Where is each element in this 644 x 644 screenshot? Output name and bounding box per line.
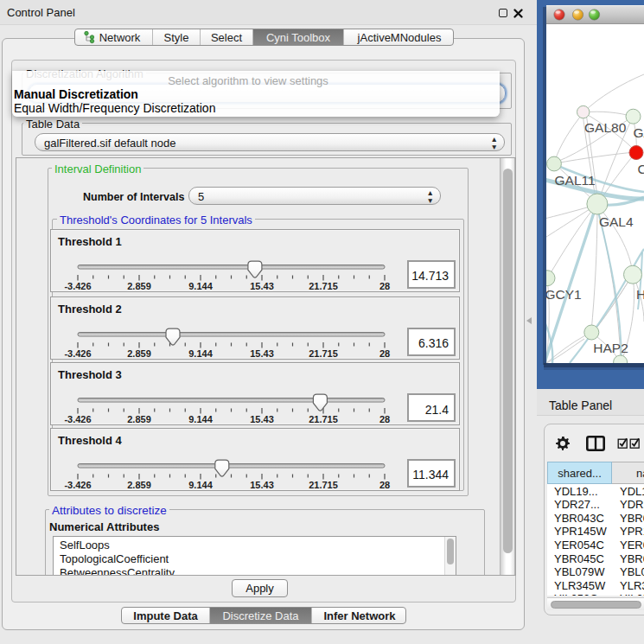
svg-text:21.715: 21.715	[309, 348, 338, 359]
svg-text:GAL80: GAL80	[584, 120, 627, 135]
svg-text:28: 28	[379, 480, 390, 490]
svg-text:15.43: 15.43	[250, 414, 274, 424]
svg-text:15.43: 15.43	[250, 480, 274, 490]
svg-text:9.144: 9.144	[188, 414, 213, 424]
svg-text:21.715: 21.715	[309, 414, 338, 424]
svg-text:21.715: 21.715	[309, 480, 338, 490]
svg-text:2.859: 2.859	[127, 281, 151, 291]
svg-text:9.144: 9.144	[188, 281, 213, 291]
svg-text:15.43: 15.43	[250, 281, 274, 291]
svg-text:-3.426: -3.426	[64, 414, 91, 424]
svg-text:-3.426: -3.426	[64, 348, 91, 359]
svg-text:-3.426: -3.426	[64, 281, 91, 291]
svg-text:2.859: 2.859	[127, 414, 151, 424]
svg-text:GAL11: GAL11	[555, 173, 596, 188]
svg-text:GCY1: GCY1	[545, 287, 582, 302]
svg-text:2.859: 2.859	[127, 348, 151, 359]
svg-text:9.144: 9.144	[188, 348, 213, 359]
svg-text:-3.426: -3.426	[64, 480, 91, 490]
svg-text:2.859: 2.859	[127, 480, 151, 490]
svg-text:GAL4: GAL4	[599, 214, 634, 229]
svg-text:21.715: 21.715	[309, 281, 338, 291]
svg-text:15.43: 15.43	[250, 348, 274, 359]
svg-text:HAP2: HAP2	[593, 341, 628, 355]
svg-text:28: 28	[379, 348, 390, 359]
svg-text:H: H	[636, 287, 644, 302]
svg-text:C: C	[638, 162, 644, 176]
svg-text:9.144: 9.144	[188, 480, 213, 490]
svg-text:28: 28	[379, 281, 390, 291]
svg-text:GA: GA	[634, 125, 644, 140]
svg-text:28: 28	[379, 414, 390, 424]
